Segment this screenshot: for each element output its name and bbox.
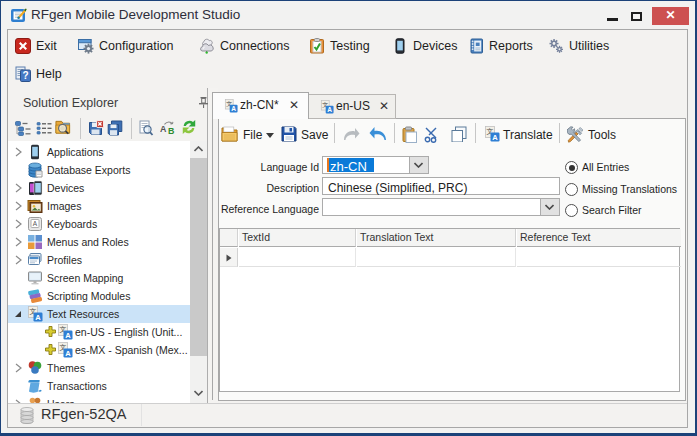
svg-text:B: B [168, 126, 174, 136]
svg-text:A: A [35, 313, 41, 322]
svg-text:A: A [231, 105, 236, 112]
svg-text:A: A [160, 124, 167, 134]
svg-text:A: A [33, 220, 38, 227]
svg-text:A: A [492, 133, 498, 142]
svg-text:?: ? [22, 70, 28, 81]
svg-text:A: A [327, 106, 332, 113]
svg-text:A: A [65, 349, 71, 358]
svg-text:A: A [65, 331, 71, 340]
